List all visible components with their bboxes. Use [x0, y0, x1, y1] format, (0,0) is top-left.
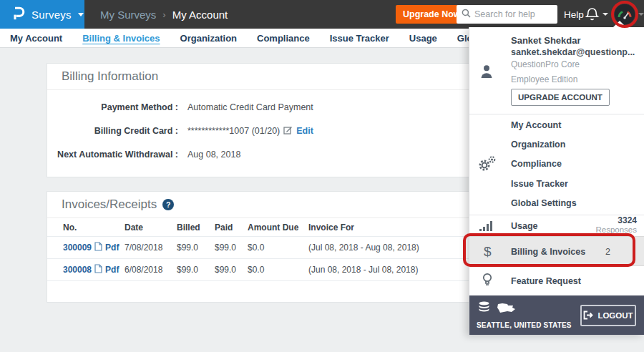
menu-item-global-settings[interactable]: Global Settings [511, 198, 577, 208]
account-dropdown-panel: Sanket Shekdar sanket.shekdar@questionp.… [469, 27, 644, 335]
breadcrumb-my-account: My Account [172, 9, 228, 21]
avatar-chevron-down-icon[interactable] [638, 13, 644, 16]
help-search-box[interactable] [457, 5, 557, 24]
person-icon [480, 64, 493, 82]
invoice-number-link[interactable]: 300009 [63, 243, 92, 253]
panel-footer: SEATTLE, UNITED STATES LOGOUT [469, 295, 644, 335]
menu-item-usage[interactable]: Usage [511, 221, 538, 231]
invoice-number-link[interactable]: 300008 [63, 265, 92, 275]
edit-pencil-icon[interactable] [283, 125, 293, 137]
account-email: sanket.shekdar@questionp... [511, 47, 635, 57]
search-icon [462, 9, 471, 20]
invoice-billed: $99.0 [177, 265, 215, 275]
billing-credit-card-value: ************1007 (01/20) [187, 126, 280, 136]
col-date: Date [125, 223, 177, 233]
menu-item-issue-tracker[interactable]: Issue Tracker [511, 179, 568, 189]
usage-responses[interactable]: 3324 Responses [595, 215, 637, 234]
menu-item-billing-invoices[interactable]: $ Billing & Invoices 2 [469, 236, 644, 266]
usa-map-icon [497, 303, 516, 316]
invoice-amount-due: $0.0 [248, 243, 308, 253]
logout-icon [583, 311, 593, 321]
gears-settings-icon [477, 155, 497, 175]
billing-information-title: Billing Information [62, 69, 158, 84]
surveys-product-switcher[interactable]: Surveys [0, 0, 84, 29]
logout-label: LOGOUT [597, 311, 633, 320]
bell-chevron-down-icon[interactable] [602, 13, 608, 16]
bar-chart-usage-icon [479, 220, 494, 234]
tab-organization[interactable]: Organization [180, 33, 237, 44]
usage-count: 3324 [595, 215, 637, 225]
invoice-paid: $99.0 [215, 265, 248, 275]
tab-billing-invoices[interactable]: Billing & Invoices [82, 33, 160, 44]
menu-item-my-account[interactable]: My Account [511, 120, 561, 130]
invoice-amount-due: $0.0 [248, 265, 308, 275]
search-input[interactable] [474, 9, 552, 19]
billing-invoices-badge: 2 [605, 237, 610, 267]
billing-credit-card-label: Billing Credit Card : [47, 126, 178, 136]
divider [469, 114, 644, 114]
tab-usage[interactable]: Usage [409, 33, 437, 44]
logout-button[interactable]: LOGOUT [580, 305, 636, 326]
account-name: Sanket Shekdar [511, 35, 581, 46]
edit-card-link[interactable]: Edit [296, 126, 313, 136]
pdf-file-icon[interactable] [94, 264, 102, 275]
invoice-date: 6/08/2018 [125, 265, 177, 275]
breadcrumb-separator-icon: › [162, 9, 165, 20]
tab-issue-tracker[interactable]: Issue Tracker [330, 33, 389, 44]
col-paid: Paid [215, 223, 248, 233]
account-license: QuestionPro Core [511, 59, 580, 69]
chevron-down-icon [78, 13, 84, 16]
feature-request-label: Feature Request [511, 266, 581, 295]
billing-invoices-label: Billing & Invoices [511, 237, 585, 267]
col-billed: Billed [177, 223, 215, 233]
tab-my-account[interactable]: My Account [10, 33, 62, 44]
next-withdrawal-value: Aug 08, 2018 [187, 150, 240, 160]
help-question-icon[interactable]: ? [162, 199, 174, 210]
questionpro-logo-icon [11, 6, 25, 24]
green-dash [607, 233, 625, 236]
dollar-icon: $ [484, 237, 492, 267]
product-name: Surveys [31, 9, 72, 21]
col-amount-due: Amount Due [248, 223, 308, 233]
account-edition: Employee Edition [511, 74, 577, 84]
upgrade-account-button[interactable]: UPGRADE ACCOUNT [511, 89, 610, 106]
invoice-paid: $99.0 [215, 243, 248, 253]
database-icon [478, 301, 490, 316]
pdf-file-icon[interactable] [94, 242, 102, 253]
breadcrumb-my-surveys[interactable]: My Surveys [100, 9, 156, 21]
invoice-billed: $99.0 [177, 243, 215, 253]
server-location-label: SEATTLE, UNITED STATES [477, 321, 572, 329]
invoices-receipts-title: Invoices/Receipts [62, 197, 157, 212]
tab-compliance[interactable]: Compliance [257, 33, 310, 44]
menu-item-organization[interactable]: Organization [511, 140, 565, 150]
next-withdrawal-label: Next Automatic Withdrawal : [47, 150, 178, 160]
menu-item-compliance[interactable]: Compliance [511, 159, 562, 169]
payment-method-value: Automatic Credit Card Payment [187, 102, 313, 112]
breadcrumb: My Surveys › My Account [100, 0, 228, 29]
col-no: No. [63, 223, 125, 233]
lightbulb-icon [482, 273, 493, 290]
payment-method-label: Payment Method : [47, 102, 178, 112]
notifications-bell-icon[interactable] [585, 6, 600, 24]
top-header: Surveys My Surveys › My Account Upgrade … [0, 0, 644, 29]
pdf-link[interactable]: Pdf [105, 243, 119, 253]
dropdown-caret-icon [613, 21, 626, 27]
help-link[interactable]: Help [564, 0, 584, 29]
invoice-date: 7/08/2018 [125, 243, 177, 253]
pdf-link[interactable]: Pdf [105, 265, 119, 275]
menu-item-feature-request[interactable]: Feature Request [469, 266, 644, 295]
